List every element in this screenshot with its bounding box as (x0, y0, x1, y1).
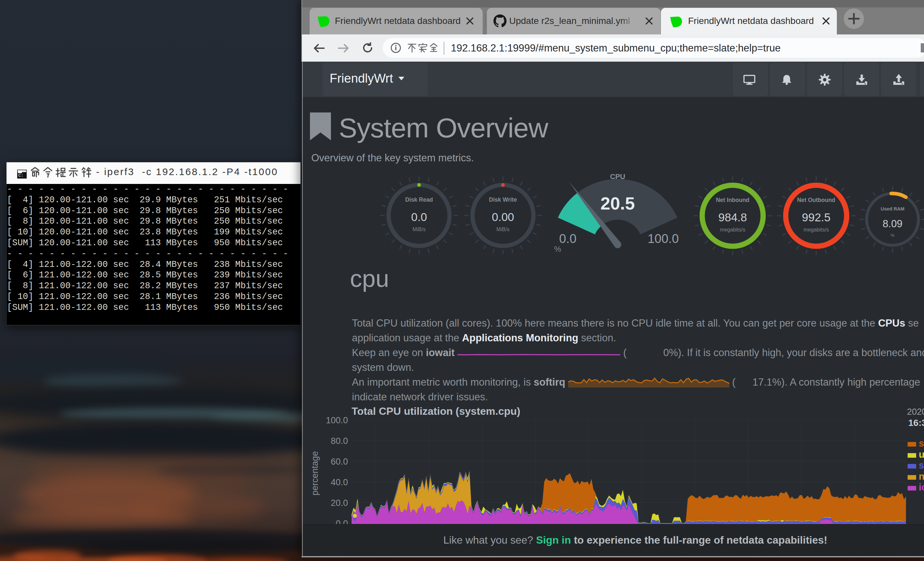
svg-text:Disk Write: Disk Write (489, 196, 517, 203)
svg-text:%: % (554, 245, 561, 253)
svg-text:CPU: CPU (610, 173, 625, 180)
svg-text:992.5: 992.5 (802, 211, 831, 224)
svg-text:Disk Read: Disk Read (405, 196, 433, 203)
svg-text:megabits/s: megabits/s (803, 227, 829, 232)
svg-text:0.0: 0.0 (411, 211, 427, 223)
svg-text:984.8: 984.8 (718, 211, 747, 224)
svg-text:MiB/s: MiB/s (496, 227, 510, 232)
svg-text:megabits/s: megabits/s (720, 227, 745, 232)
svg-text:MiB/s: MiB/s (412, 227, 426, 232)
svg-text:Net Inbound: Net Inbound (716, 197, 749, 203)
svg-text:Used RAM: Used RAM (881, 206, 904, 212)
svg-text:0.00: 0.00 (492, 211, 514, 223)
svg-text:Net Outbound: Net Outbound (797, 197, 836, 203)
svg-text:C:: C: (18, 173, 24, 178)
svg-text:8.09: 8.09 (883, 218, 902, 230)
svg-text:0.0: 0.0 (560, 232, 577, 245)
svg-text:20.5: 20.5 (600, 194, 634, 213)
svg-text:%: % (891, 233, 894, 238)
svg-text:100.0: 100.0 (648, 232, 679, 245)
